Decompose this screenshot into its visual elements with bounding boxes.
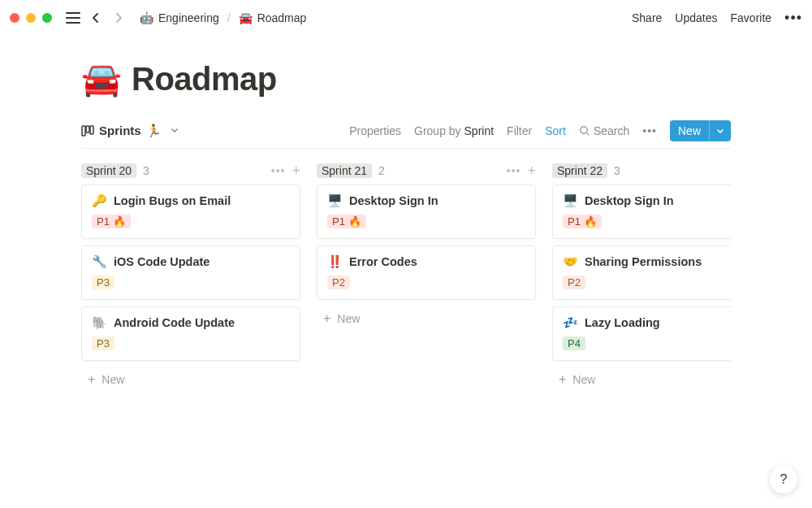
breadcrumb-current-emoji: 🚘 (239, 11, 253, 24)
card-emoji: 🤝 (563, 254, 578, 269)
search-label: Search (594, 124, 629, 137)
group-by-button[interactable]: Group by Sprint (414, 124, 494, 137)
add-card-button[interactable]: +New (552, 367, 731, 392)
card-title-text: Sharing Permissions (585, 255, 702, 268)
search-button[interactable]: Search (579, 124, 629, 137)
breadcrumb-current[interactable]: 🚘 Roadmap (235, 10, 310, 26)
topbar: 🤖 Engineering / 🚘 Roadmap Share Updates … (0, 0, 812, 36)
controls-right: Properties Group by Sprint Filter Sort S… (349, 120, 731, 141)
priority-badge: P4 (563, 336, 585, 350)
priority-badge: P3 (92, 336, 114, 350)
minimize-window-icon[interactable] (26, 13, 36, 23)
column-more-icon[interactable]: ••• (507, 164, 521, 177)
priority-badge: P2 (327, 276, 350, 289)
column-count: 2 (378, 164, 385, 177)
column-header: Sprint 223•••+ (552, 157, 731, 185)
card-emoji: 🖥️ (327, 193, 343, 208)
breadcrumb-current-label: Roadmap (257, 11, 307, 24)
updates-button[interactable]: Updates (675, 11, 717, 24)
breadcrumb-parent-label: Engineering (158, 11, 219, 24)
board-icon (81, 124, 94, 137)
page-emoji[interactable]: 🚘 (81, 60, 122, 98)
card-title-text: Error Codes (349, 255, 417, 268)
card-title-text: Login Bugs on Email (114, 194, 231, 207)
menu-icon[interactable] (63, 8, 83, 28)
priority-badge: P1 🔥 (92, 215, 131, 228)
card[interactable]: 🖥️Desktop Sign InP1 🔥 (317, 185, 536, 239)
share-button[interactable]: Share (632, 11, 662, 24)
card-title: ‼️Error Codes (327, 254, 525, 269)
breadcrumb-parent-emoji: 🤖 (140, 11, 153, 24)
topbar-right: Share Updates Favorite ••• (632, 10, 802, 27)
forward-button[interactable] (109, 8, 128, 28)
properties-button[interactable]: Properties (349, 124, 401, 137)
card-title-text: Desktop Sign In (349, 194, 438, 207)
help-button[interactable]: ? (770, 466, 797, 493)
card-title-text: iOS Code Update (114, 255, 209, 268)
card-title-text: Lazy Loading (585, 316, 660, 329)
card-emoji: 💤 (563, 315, 578, 330)
breadcrumb-separator: / (227, 11, 231, 24)
filter-button[interactable]: Filter (507, 124, 532, 137)
card-title: 💤Lazy Loading (563, 315, 731, 330)
svg-rect-2 (90, 126, 93, 134)
column-header: Sprint 203•••+ (81, 157, 300, 185)
favorite-button[interactable]: Favorite (731, 11, 772, 24)
column-header-right: •••+ (271, 163, 300, 180)
card-title: 🖥️Desktop Sign In (563, 193, 731, 208)
view-selector[interactable]: Sprints 🏃 (81, 124, 179, 138)
controls-more-icon[interactable]: ••• (642, 124, 657, 137)
column-count: 3 (614, 164, 620, 177)
search-icon (579, 125, 590, 137)
new-button[interactable]: New (670, 120, 731, 141)
column-name[interactable]: Sprint 20 (81, 163, 136, 178)
close-window-icon[interactable] (10, 13, 19, 23)
plus-icon: + (323, 311, 330, 326)
page-title[interactable]: Roadmap (132, 61, 277, 98)
add-card-label: New (102, 373, 124, 386)
column-header: Sprint 212•••+ (317, 157, 536, 185)
board-wrap: Sprint 203•••+🔑Login Bugs on EmailP1 🔥🔧i… (81, 157, 731, 489)
card[interactable]: 🐘Android Code UpdateP3 (81, 306, 300, 361)
card[interactable]: 💤Lazy LoadingP4 (552, 306, 731, 361)
card[interactable]: 🔑Login Bugs on EmailP1 🔥 (81, 185, 300, 239)
board-column: Sprint 223•••+🖥️Desktop Sign InP1 🔥🤝Shar… (552, 157, 731, 489)
plus-icon: + (88, 372, 95, 387)
add-card-label: New (337, 312, 360, 325)
column-name[interactable]: Sprint 22 (552, 163, 607, 178)
card-title: 🐘Android Code Update (92, 315, 290, 330)
board-column: Sprint 212•••+🖥️Desktop Sign InP1 🔥‼️Err… (317, 157, 536, 489)
breadcrumb-parent[interactable]: 🤖 Engineering (136, 10, 222, 26)
window-controls (10, 13, 52, 23)
group-by-prefix: Group by (414, 124, 464, 137)
column-name[interactable]: Sprint 21 (317, 163, 372, 178)
card[interactable]: 🤝Sharing PermissionsP2 (552, 245, 731, 300)
column-more-icon[interactable]: ••• (271, 164, 286, 177)
priority-badge: P1 🔥 (563, 215, 602, 228)
add-card-button[interactable]: +New (317, 306, 536, 331)
new-button-dropdown[interactable] (709, 120, 731, 141)
board-column: Sprint 203•••+🔑Login Bugs on EmailP1 🔥🔧i… (81, 157, 300, 489)
card-emoji: 🐘 (92, 315, 107, 330)
priority-badge: P3 (92, 276, 114, 289)
view-emoji: 🏃 (146, 124, 162, 138)
board: Sprint 203•••+🔑Login Bugs on EmailP1 🔥🔧i… (81, 157, 731, 489)
new-button-label: New (670, 120, 709, 141)
card-title-text: Android Code Update (114, 316, 235, 329)
page-more-icon[interactable]: ••• (784, 10, 802, 27)
column-add-icon[interactable]: + (292, 163, 300, 180)
svg-rect-1 (86, 126, 89, 132)
maximize-window-icon[interactable] (42, 13, 52, 23)
page: 🚘 Roadmap Sprints 🏃 Properties Group by … (0, 36, 812, 489)
back-button[interactable] (86, 8, 106, 28)
add-card-button[interactable]: +New (81, 367, 300, 392)
card[interactable]: ‼️Error CodesP2 (317, 245, 536, 300)
column-add-icon[interactable]: + (527, 163, 536, 180)
plus-icon: + (559, 372, 566, 387)
card[interactable]: 🖥️Desktop Sign InP1 🔥 (552, 185, 731, 239)
sort-button[interactable]: Sort (545, 124, 566, 137)
group-by-value: Sprint (464, 124, 495, 137)
card[interactable]: 🔧iOS Code UpdateP3 (81, 245, 300, 300)
add-card-label: New (572, 373, 595, 386)
card-emoji: 🔑 (92, 193, 107, 208)
